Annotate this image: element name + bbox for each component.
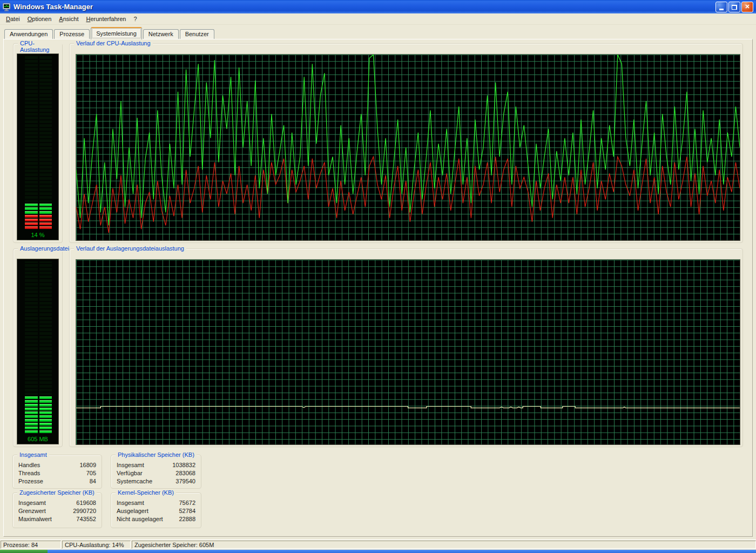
stat-row: Ausgelagert52784 <box>117 507 195 515</box>
stat-label: Handles <box>18 461 40 469</box>
tab-prozesse[interactable]: Prozesse <box>54 29 90 39</box>
cpu-history-chart <box>76 54 740 241</box>
stat-value: 283068 <box>176 469 195 477</box>
status-commit-charge: Zugesicherter Speicher: 605M <box>132 541 756 549</box>
cpu-gauge-label: CPU-Auslastung <box>18 40 62 53</box>
window-title: Windows Task-Manager <box>14 3 716 11</box>
pagefile-gauge: 605 MB <box>17 259 59 444</box>
statusbar: Prozesse: 84 CPU-Auslastung: 14% Zugesic… <box>0 539 756 549</box>
stats-box-title: Insgesamt <box>17 451 49 458</box>
stat-value: 619608 <box>76 499 96 507</box>
stat-value: 379540 <box>176 477 195 485</box>
stat-row: Verfügbar283068 <box>117 469 195 477</box>
pagefile-history-chart <box>76 259 740 445</box>
menu-item-datei[interactable]: Datei <box>2 14 24 24</box>
pagefile-history-label: Verlauf der Auslagerungsdateiauslastung <box>74 245 186 252</box>
stat-label: Insgesamt <box>117 461 144 469</box>
menu-item-ansicht[interactable]: Ansicht <box>55 14 82 24</box>
cpu-gauge: 14 % <box>17 53 59 240</box>
stat-value: 84 <box>90 477 96 485</box>
stat-label: Grenzwert <box>18 507 46 515</box>
stat-label: Nicht ausgelagert <box>117 515 163 523</box>
pagefile-history-groupbox: Verlauf der Auslagerungsdateiauslastung <box>69 248 743 447</box>
menu-item-herunterfahren[interactable]: Herunterfahren <box>82 14 130 24</box>
app-icon <box>3 3 11 11</box>
stats-box-physical-memory: Physikalischer Speicher (KB)Insgesamt103… <box>111 455 201 489</box>
stat-label: Ausgelagert <box>117 507 148 515</box>
cpu-gauge-groupbox: CPU-Auslastung 14 % <box>13 43 63 243</box>
stat-label: Prozesse <box>18 477 43 485</box>
stats-box-title: Zugesicherter Speicher (KB) <box>17 489 97 496</box>
stat-value: 705 <box>86 469 96 477</box>
stat-row: Insgesamt1038832 <box>117 461 195 469</box>
stat-label: Maximalwert <box>18 515 52 523</box>
pagefile-gauge-groupbox: Auslagerungsdatei 605 MB <box>13 248 63 447</box>
stat-row: Maximalwert743552 <box>18 515 96 523</box>
stat-row: Threads705 <box>18 469 96 477</box>
cpu-history-groupbox: Verlauf der CPU-Auslastung <box>69 43 743 243</box>
stat-value: 75672 <box>179 499 195 507</box>
close-button[interactable]: ✕ <box>741 2 753 12</box>
minimize-button[interactable] <box>716 2 727 12</box>
stat-row: Systemcache379540 <box>117 477 195 485</box>
stat-value: 16809 <box>79 461 96 469</box>
stat-label: Insgesamt <box>18 499 46 507</box>
tab-netzwerk[interactable]: Netzwerk <box>143 29 179 39</box>
stat-value: 2990720 <box>73 507 96 515</box>
status-processes: Prozesse: 84 <box>1 541 61 549</box>
cpu-history-label: Verlauf der CPU-Auslastung <box>74 40 153 46</box>
tab-systemleistung[interactable]: Systemleistung <box>91 27 142 39</box>
stat-label: Insgesamt <box>117 499 144 507</box>
taskbar-strip[interactable] <box>0 550 756 553</box>
stats-box-commit-charge: Zugesicherter Speicher (KB)Insgesamt6196… <box>12 493 102 528</box>
stat-label: Verfügbar <box>117 469 143 477</box>
start-button-fragment[interactable] <box>0 550 48 553</box>
stat-label: Systemcache <box>117 477 152 485</box>
titlebar[interactable]: Windows Task-Manager ✕ <box>0 0 756 14</box>
stat-label: Threads <box>18 469 40 477</box>
menu-item-optionen[interactable]: Optionen <box>24 14 56 24</box>
stat-value: 743552 <box>76 515 96 523</box>
task-manager-window: Windows Task-Manager ✕ DateiOptionenAnsi… <box>0 0 756 553</box>
stat-row: Nicht ausgelagert22888 <box>117 515 195 523</box>
stat-row: Grenzwert2990720 <box>18 507 96 515</box>
pagefile-gauge-label: Auslagerungsdatei <box>18 245 71 252</box>
stats-box-totals: InsgesamtHandles16809Threads705Prozesse8… <box>12 455 102 489</box>
pagefile-gauge-value: 605 MB <box>17 436 58 442</box>
restore-button[interactable] <box>728 2 740 12</box>
stat-row: Insgesamt619608 <box>18 499 96 507</box>
stat-row: Handles16809 <box>18 461 96 469</box>
status-cpu-usage: CPU-Auslastung: 14% <box>62 541 131 549</box>
stats-box-title: Physikalischer Speicher (KB) <box>116 451 197 458</box>
stats-box-title: Kernel-Speicher (KB) <box>116 489 176 496</box>
minimize-icon <box>719 9 724 10</box>
menubar: DateiOptionenAnsichtHerunterfahren? <box>0 14 756 25</box>
stat-row: Prozesse84 <box>18 477 96 485</box>
tab-benutzer[interactable]: Benutzer <box>180 29 214 39</box>
stats-box-kernel-memory: Kernel-Speicher (KB)Insgesamt75672Ausgel… <box>111 493 201 528</box>
tabstrip: AnwendungenProzesseSystemleistungNetzwer… <box>4 27 215 39</box>
tab-anwendungen[interactable]: Anwendungen <box>4 29 53 39</box>
close-icon: ✕ <box>745 3 750 10</box>
restore-icon <box>732 5 737 10</box>
stat-value: 52784 <box>179 507 195 515</box>
stat-value: 1038832 <box>172 461 195 469</box>
menu-item-?[interactable]: ? <box>130 14 140 24</box>
cpu-gauge-value: 14 % <box>17 232 58 238</box>
stat-row: Insgesamt75672 <box>117 499 195 507</box>
stat-value: 22888 <box>179 515 195 523</box>
